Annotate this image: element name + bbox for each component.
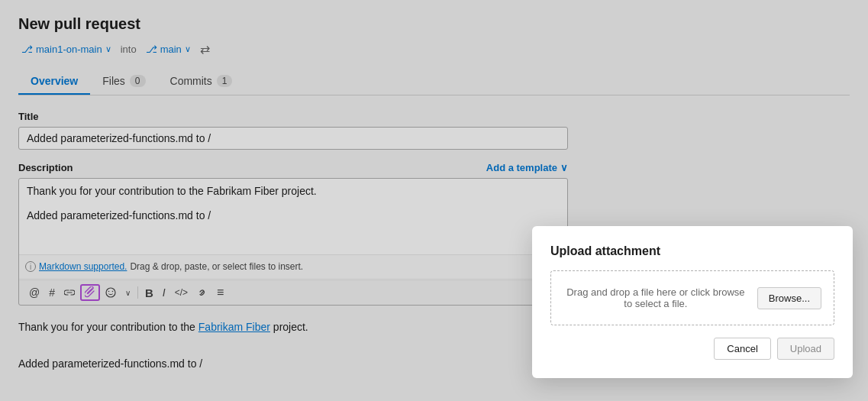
emoji-button[interactable]: [102, 285, 120, 300]
swap-branches-icon[interactable]: ⇄: [200, 42, 210, 57]
title-label: Title: [18, 111, 568, 122]
toolbar-buttons: @ #: [25, 283, 227, 302]
source-branch-chevron: ∨: [105, 44, 111, 54]
svg-point-0: [106, 288, 115, 297]
title-field-group: Title: [18, 111, 568, 150]
title-input[interactable]: [18, 127, 568, 150]
preview-line-3: Added parameterized-functions.md to /: [18, 357, 568, 370]
source-branch-button[interactable]: ⎇ main1-on-main ∨: [18, 42, 115, 57]
cancel-button[interactable]: Cancel: [714, 338, 770, 360]
tab-files-label: Files: [102, 75, 125, 87]
url-button[interactable]: [193, 285, 211, 300]
browse-button[interactable]: Browse...: [757, 287, 821, 309]
bold-button[interactable]: B: [141, 284, 157, 302]
page-container: New pull request ⎇ main1-on-main ∨ into …: [0, 0, 868, 401]
mention-button[interactable]: @: [25, 284, 44, 301]
tab-commits-badge: 1: [217, 75, 233, 87]
preview-line-1: Thank you for your contribution to the F…: [18, 321, 568, 333]
drag-drop-text: Drag & drop, paste, or select files to i…: [130, 261, 303, 272]
tabs-row: Overview Files 0 Commits 1: [18, 69, 850, 95]
target-branch-chevron: ∨: [185, 44, 191, 54]
upload-button[interactable]: Upload: [777, 338, 834, 360]
preview-text-suffix: project.: [270, 321, 308, 333]
list-button[interactable]: ≡: [213, 283, 227, 302]
code-button[interactable]: </>: [171, 285, 192, 300]
git-branch-icon: ⎇: [21, 44, 33, 55]
tab-files-badge: 0: [130, 75, 146, 87]
add-template-chevron: ∨: [560, 162, 568, 173]
link-ref-button[interactable]: [60, 285, 79, 300]
target-branch-button[interactable]: ⎇ main ∨: [143, 42, 194, 57]
upload-drop-text: Drag and drop a file here or click brows…: [563, 286, 748, 309]
add-template-button[interactable]: Add a template ∨: [486, 162, 568, 173]
branch-row: ⎇ main1-on-main ∨ into ⎇ main ∨ ⇄: [18, 42, 850, 57]
toolbar-separator-1: [137, 286, 138, 299]
modal-actions: Cancel Upload: [550, 338, 834, 360]
markdown-link[interactable]: Markdown supported.: [39, 261, 127, 272]
tab-commits-label: Commits: [170, 75, 212, 87]
upload-drop-area[interactable]: Drag and drop a file here or click brows…: [550, 270, 834, 325]
hash-button[interactable]: #: [45, 284, 59, 301]
description-container: i Markdown supported. Drag & drop, paste…: [18, 178, 568, 306]
git-target-icon: ⎇: [146, 44, 157, 55]
info-icon: i: [25, 261, 36, 272]
description-field-group: Description Add a template ∨ i Markdown …: [18, 162, 568, 306]
toolbar: @ #: [19, 280, 567, 305]
upload-modal-title: Upload attachment: [550, 244, 834, 258]
description-label: Description: [18, 162, 73, 173]
tab-commits[interactable]: Commits 1: [158, 69, 245, 95]
upload-modal: Upload attachment Drag and drop a file h…: [532, 226, 853, 378]
tab-overview[interactable]: Overview: [18, 69, 90, 95]
italic-button[interactable]: I: [159, 284, 169, 301]
target-branch-label: main: [160, 44, 182, 55]
preview-line-2: [18, 339, 568, 351]
markdown-row: i Markdown supported. Drag & drop, paste…: [25, 258, 303, 275]
emoji-dropdown-button[interactable]: ∨: [121, 286, 134, 299]
page-title: New pull request: [18, 15, 850, 33]
tab-files[interactable]: Files 0: [90, 69, 157, 95]
source-branch-label: main1-on-main: [36, 44, 102, 55]
preview-fabrikam-link[interactable]: Fabrikam Fiber: [198, 321, 270, 333]
svg-point-2: [112, 291, 114, 293]
into-label: into: [121, 44, 137, 55]
preview-section: Thank you for your contribution to the F…: [18, 321, 568, 370]
add-template-label: Add a template: [486, 162, 557, 173]
description-textarea[interactable]: [19, 179, 567, 255]
svg-point-1: [108, 291, 110, 293]
tab-overview-label: Overview: [31, 75, 78, 87]
preview-text-prefix: Thank you for your contribution to the: [18, 321, 198, 333]
attachment-button[interactable]: [80, 284, 100, 301]
